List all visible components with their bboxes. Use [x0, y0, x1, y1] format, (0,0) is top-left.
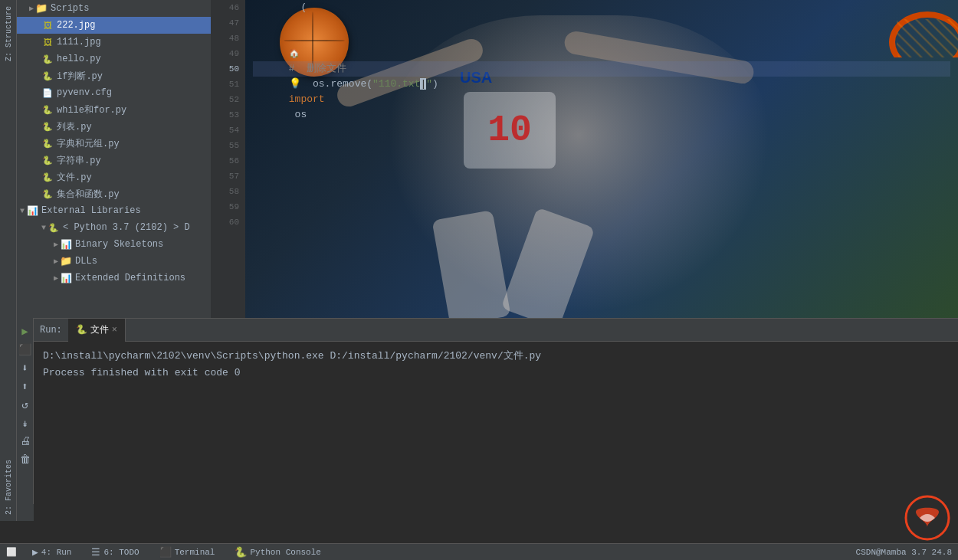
jpg-icon-2: 🖼 [41, 36, 54, 48]
line-num-57: 57 [229, 169, 239, 184]
scripts-folder-icon: 📁 [35, 2, 48, 15]
python-console-tab[interactable]: 🐍 Python Console [225, 544, 330, 561]
file-label: 文件.py [57, 171, 92, 184]
py37-label: < Python 3.7 (2102) > D [63, 222, 190, 233]
line-num-55: 55 [229, 138, 239, 153]
file-label: while和for.py [57, 103, 126, 116]
dlls-folder[interactable]: ▶ 📁 DLLs [17, 253, 211, 270]
rerun-btn[interactable]: ↺ [18, 398, 32, 411]
code-line-46: ( [253, 0, 950, 15]
py-icon-4: 🐍 [41, 120, 54, 133]
file-pyvenv-cfg[interactable]: 📄 pyvenv.cfg [17, 84, 211, 101]
todo-tab-icon: ☰ [91, 546, 100, 558]
jpg-icon: 🖼 [41, 19, 54, 31]
csdn-logo [904, 495, 950, 541]
extended-definitions[interactable]: ▶ 📊 Extended Definitions [17, 270, 211, 287]
status-right-text: CSDN@Mamba 3.7 24.8 [856, 548, 952, 557]
bin-skel-icon: 📊 [60, 238, 72, 251]
status-tabs: ▶ 4: Run ☰ 6: TODO ⬛ Terminal 🐍 Python C… [23, 544, 330, 561]
code-line-52 [253, 92, 950, 107]
print-btn[interactable]: 🖨 [18, 434, 32, 448]
run-tab[interactable]: ▶ 4: Run [23, 544, 80, 561]
code-line-50: os.remove("110.txt|") [253, 61, 950, 77]
code-line-59 [253, 199, 950, 215]
file-if-py[interactable]: 🐍 if判断.py [17, 67, 211, 84]
dlls-label: DLLs [75, 256, 97, 267]
code-line-57 [253, 169, 950, 184]
bin-skel-arrow: ▶ [54, 240, 58, 249]
file-label: 222.jpg [57, 20, 95, 31]
file-label: 字典和元组.py [57, 137, 120, 150]
code-line-56 [253, 153, 950, 169]
terminal-tab-icon: ⬛ [159, 546, 172, 558]
py-icon-8: 🐍 [41, 188, 54, 200]
line-num-54: 54 [229, 123, 239, 138]
line-num-49: 49 [229, 46, 239, 61]
bin-skel-label: Binary Skeletons [75, 239, 163, 250]
code-line-49: 💡 import os [253, 46, 950, 61]
py37-icon: 🐍 [48, 221, 60, 234]
binary-skeletons[interactable]: ▶ 📊 Binary Skeletons [17, 236, 211, 253]
scripts-folder[interactable]: ▶ 📁 Scripts [17, 0, 211, 17]
line-num-52: 52 [229, 92, 239, 107]
close-tab-btn[interactable]: × [112, 325, 117, 336]
file-str-py[interactable]: 🐍 字符串.py [17, 152, 211, 169]
scroll-down-btn[interactable]: ⬇ [18, 361, 32, 375]
python-console-icon: 🐍 [235, 546, 247, 558]
file-label: hello.py [57, 54, 101, 64]
file-file-py[interactable]: 🐍 文件.py [17, 169, 211, 185]
code-line-60 [253, 215, 950, 230]
file-set-py[interactable]: 🐍 集合和函数.py [17, 185, 211, 202]
line-num-50: 50 [229, 61, 239, 77]
line-num-58: 58 [229, 184, 239, 199]
terminal-tab[interactable]: ⬛ Terminal [150, 544, 225, 561]
line-num-51: 51 [229, 77, 239, 92]
structure-label[interactable]: Z: Structure [0, 0, 16, 67]
run-tab-label: 4: Run [41, 548, 72, 557]
terminal-line-1: D:\install\pycharm\2102\venv\Scripts\pyt… [43, 348, 949, 365]
py37-arrow: ▼ [41, 224, 46, 232]
scroll-up-btn[interactable]: ⬆ [18, 379, 32, 393]
dlls-folder-icon: 📁 [60, 255, 72, 267]
code-line-47 [253, 15, 950, 31]
file-222jpg[interactable]: 🖼 222.jpg [17, 17, 211, 34]
scroll-end-btn[interactable]: ↡ [18, 416, 32, 430]
file-label: if判断.py [57, 70, 103, 83]
file-1111jpg[interactable]: 🖼 1111.jpg [17, 34, 211, 51]
line-numbers: 46 47 48 49 50 51 52 53 54 55 56 57 58 5… [211, 0, 245, 318]
line-num-46: 46 [229, 0, 239, 15]
line-num-59: 59 [229, 199, 239, 215]
active-tab[interactable]: 🐍 文件 × [68, 319, 126, 342]
py-icon-7: 🐍 [41, 171, 54, 183]
active-tab-label: 文件 [90, 323, 109, 336]
line-num-56: 56 [229, 153, 239, 169]
external-libraries[interactable]: ▼ 📊 External Libraries [17, 202, 211, 219]
py-icon-3: 🐍 [41, 103, 54, 116]
terminal-line-3: Process finished with exit code 0 [43, 365, 949, 382]
code-line-55 [253, 138, 950, 153]
todo-tab-label: 6: TODO [103, 548, 139, 557]
terminal-tab-label: Terminal [175, 548, 215, 557]
line-num-53: 53 [229, 107, 239, 123]
file-label: 1111.jpg [57, 37, 101, 47]
favorites-label[interactable]: 2: Favorites [0, 454, 16, 521]
ext-def-label: Extended Definitions [75, 273, 185, 283]
delete-btn[interactable]: 🗑 [18, 453, 32, 467]
file-while-py[interactable]: 🐍 while和for.py [17, 101, 211, 118]
file-dict-py[interactable]: 🐍 字典和元组.py [17, 135, 211, 152]
file-list-py[interactable]: 🐍 列表.py [17, 118, 211, 135]
scripts-arrow: ▶ [29, 4, 34, 13]
ext-lib-icon: 📊 [26, 205, 38, 217]
ext-def-icon: 📊 [60, 272, 72, 284]
line-num-48: 48 [229, 31, 239, 46]
stop-button[interactable]: ⬛ [18, 342, 32, 356]
cfg-icon: 📄 [41, 87, 54, 99]
file-hello-py[interactable]: 🐍 hello.py [17, 51, 211, 67]
terminal-content: D:\install\pycharm\2102\venv\Scripts\pyt… [34, 342, 958, 388]
run-button[interactable]: ▶ [18, 324, 32, 338]
todo-tab[interactable]: ☰ 6: TODO [82, 544, 148, 561]
scripts-label: Scripts [51, 3, 89, 14]
python-37[interactable]: ▼ 🐍 < Python 3.7 (2102) > D [17, 219, 211, 236]
terminal-tabs: Run: 🐍 文件 × [34, 319, 958, 342]
code-line-54 [253, 123, 950, 138]
